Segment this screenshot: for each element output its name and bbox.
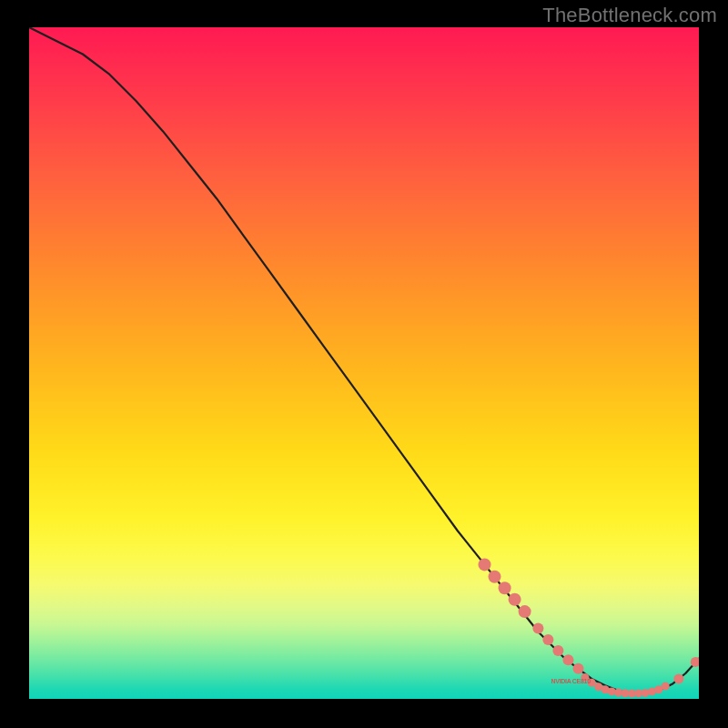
bottleneck-curve-path — [29, 27, 699, 693]
data-point-dot — [489, 571, 501, 583]
plot-area: NVIDIA CE810 — [29, 27, 699, 699]
data-point-dot — [573, 663, 584, 674]
data-point-dot — [519, 605, 531, 618]
chart-frame: TheBottleneck.com NVIDIA CE810 — [0, 0, 728, 728]
data-point-dot — [532, 623, 543, 634]
data-point-dot — [542, 634, 553, 645]
data-point-dot — [509, 593, 521, 606]
data-point-dot — [552, 645, 563, 656]
data-point-dot — [479, 558, 491, 571]
marker-group — [479, 558, 700, 697]
data-point-dot — [499, 581, 511, 594]
curve-svg — [29, 27, 699, 699]
watermark-text: TheBottleneck.com — [542, 4, 717, 27]
data-point-dot — [662, 682, 670, 691]
data-point-dot — [673, 673, 683, 683]
data-point-dot — [563, 654, 574, 665]
data-point-dot — [642, 689, 650, 697]
annotation-label: NVIDIA CE810 — [551, 678, 591, 684]
